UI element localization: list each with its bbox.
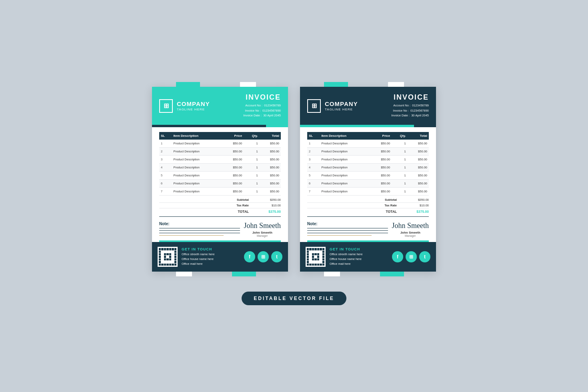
- invoice-table-2: SL Item Description Price Qty. Total 1Pr…: [307, 132, 429, 196]
- table-cell: $50.00: [260, 188, 281, 196]
- table-cell: $50.00: [408, 140, 429, 148]
- tax-row-2: Tax Rate $10.00: [307, 203, 429, 208]
- invoice-no-1: 01234567890: [262, 109, 281, 112]
- note-lines-2: [307, 228, 388, 236]
- account-no-1: 0123456789: [264, 104, 281, 107]
- divider-1: [159, 216, 281, 217]
- address2-2: Office house name here: [330, 257, 388, 262]
- invoice-date-label-2: Invoice Date: [380, 113, 408, 118]
- summary-section-1: Subtotal $350.00 Tax Rate $10.00 TOTAL $…: [152, 196, 288, 216]
- table-cell: 1: [159, 140, 172, 148]
- table-cell: 5: [307, 172, 320, 180]
- tax-label-2: Tax Rate: [384, 204, 397, 207]
- footer-tab-right-2: [380, 272, 404, 276]
- company-section-2: ⊞ COMPANY TAGLINE HERE: [307, 99, 358, 113]
- accent-bar-2: [300, 125, 436, 127]
- social-facebook-2[interactable]: f: [392, 251, 403, 262]
- table-cell: 1: [392, 188, 408, 196]
- th-desc-2: Item Description: [320, 132, 370, 140]
- total-label-2: TOTAL: [386, 210, 397, 214]
- invoice-details-2: INVOICE Account No : 0123456789 Invoice …: [379, 93, 429, 118]
- invoice-date-label-1: Invoice Date: [232, 113, 260, 118]
- table-cell: $50.00: [260, 180, 281, 188]
- sig-title-1: Manager: [257, 234, 268, 237]
- table-cell: 6: [307, 180, 320, 188]
- invoice-no-label-2: Invoice No: [379, 108, 407, 114]
- table-cell: Product Description: [172, 164, 222, 172]
- footer-tab-left-2: [324, 272, 340, 276]
- social-twitter-2[interactable]: t: [419, 251, 430, 262]
- table-cell: 1: [244, 180, 260, 188]
- note-section-1: Note:: [159, 222, 240, 237]
- bottom-section-1: Note: John Smeeth John Smeeth Manager: [152, 218, 288, 240]
- table-cell: 1: [244, 188, 260, 196]
- signature-script-1: John Smeeth: [244, 222, 281, 230]
- header-tab-left-2: [324, 82, 348, 87]
- social-icons-1: f ⊞ t: [244, 251, 282, 262]
- signature-script-2: John Smeeth: [392, 222, 429, 230]
- tax-label-1: Tax Rate: [236, 204, 249, 207]
- table-cell: $50.00: [260, 140, 281, 148]
- table-cell: 4: [159, 164, 172, 172]
- table-cell: 1: [392, 172, 408, 180]
- subtotal-row-1: Subtotal $350.00: [159, 197, 281, 203]
- social-twitter-1[interactable]: t: [271, 251, 282, 262]
- table-cell: $50.00: [408, 148, 429, 156]
- qr-code-1: [158, 247, 178, 267]
- table-cell: Product Description: [172, 180, 222, 188]
- invoice-table-1: SL Item Description Price Qty. Total 1Pr…: [159, 132, 281, 196]
- table-row: 5Product Description$50.001$50.00: [159, 172, 281, 180]
- table-cell: $50.00: [222, 172, 244, 180]
- social-company-1[interactable]: ⊞: [258, 251, 269, 262]
- company-info-1: COMPANY TAGLINE HERE: [177, 100, 210, 111]
- table-cell: Product Description: [320, 156, 370, 164]
- table-cell: $50.00: [370, 148, 392, 156]
- accent-dark-2: [414, 125, 436, 127]
- tax-val-2: $10.00: [409, 204, 429, 207]
- table-cell: Product Description: [320, 148, 370, 156]
- table-cell: 2: [307, 148, 320, 156]
- social-company-2[interactable]: ⊞: [406, 251, 417, 262]
- company-logo-1: ⊞: [159, 99, 173, 113]
- account-no-label-1: Account No: [233, 103, 261, 108]
- table-cell: $50.00: [370, 172, 392, 180]
- invoice-meta-2: Account No : 0123456789 Invoice No : 012…: [379, 103, 429, 118]
- table-cell: 1: [244, 140, 260, 148]
- invoice-no-2: 01234567890: [410, 109, 429, 112]
- table-section-2: SL Item Description Price Qty. Total 1Pr…: [300, 127, 436, 196]
- table-body-1: 1Product Description$50.001$50.002Produc…: [159, 140, 281, 196]
- th-qty-1: Qty.: [244, 132, 260, 140]
- table-cell: $50.00: [408, 156, 429, 164]
- social-facebook-1[interactable]: f: [244, 251, 255, 262]
- th-price-2: Price: [370, 132, 392, 140]
- header-tab-right-1: [240, 82, 256, 87]
- table-cell: Product Description: [320, 164, 370, 172]
- divider-2: [307, 216, 429, 217]
- table-row: 7Product Description$50.001$50.00: [159, 188, 281, 196]
- get-in-touch-1: GET IN TOUCH: [182, 247, 240, 251]
- subtotal-val-2: $350.00: [409, 198, 429, 202]
- company-info-2: COMPANY TAGLINE HERE: [325, 100, 358, 111]
- table-cell: $50.00: [260, 156, 281, 164]
- subtotal-val-1: $350.00: [261, 198, 281, 202]
- bottom-badge: EDITABLE VECTOR FILE: [242, 292, 346, 305]
- note-lines-1: [159, 228, 240, 236]
- table-cell: 1: [392, 148, 408, 156]
- tax-row-1: Tax Rate $10.00: [159, 203, 281, 208]
- table-cell: 1: [392, 140, 408, 148]
- table-cell: $50.00: [370, 188, 392, 196]
- table-row: 3Product Description$50.001$50.00: [159, 156, 281, 164]
- table-cell: 4: [307, 164, 320, 172]
- total-val-1: $375.00: [261, 210, 281, 214]
- invoice-footer-1: GET IN TOUCH Office streeth name here Of…: [152, 242, 288, 272]
- table-header-row-2: SL Item Description Price Qty. Total: [307, 132, 429, 140]
- note-label-2: Note:: [307, 222, 388, 226]
- qr-code-2: [306, 247, 326, 267]
- tax-val-1: $10.00: [261, 204, 281, 207]
- accent-teal-2: [300, 125, 414, 127]
- signature-section-1: John Smeeth John Smeeth Manager: [244, 222, 281, 237]
- th-sl-2: SL: [307, 132, 320, 140]
- note-line-2c: [307, 233, 388, 233]
- th-total-2: Total: [408, 132, 429, 140]
- table-cell: $50.00: [408, 164, 429, 172]
